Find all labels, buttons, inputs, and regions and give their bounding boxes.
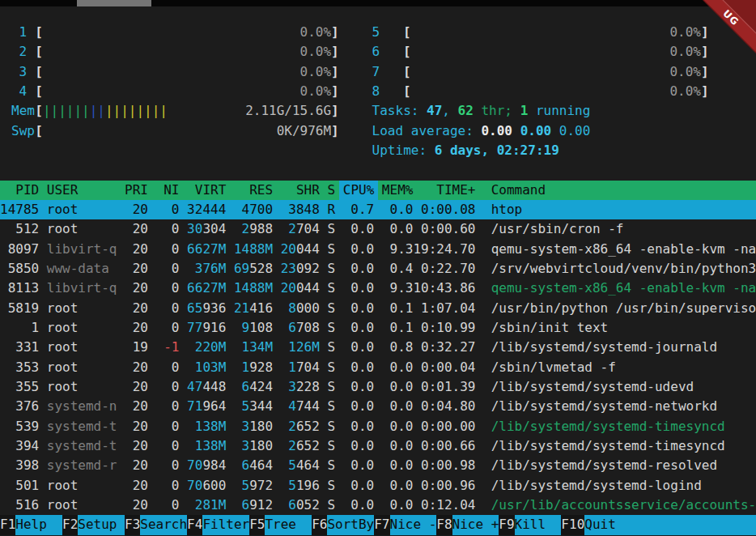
cell-res: 1 [242,358,250,377]
cpu-meter-5: 5[0.0%] [0,23,756,42]
cell-cpu-pct: 0.0 [350,219,374,239]
meter-bracket-open-icon: [ [403,23,411,42]
process-row-501[interactable]: 501root2007060059725196S0.00.00:00.96/li… [0,476,756,496]
cell-virt: 138M [195,436,227,456]
process-row-539[interactable]: 539systemd-t200138M31802652S0.00.00:00.0… [0,417,756,436]
process-row-331[interactable]: 331root19-1220M134M126MS0.00.80:32.27/li… [0,338,756,357]
cell-time: 0:00.98 [421,456,475,475]
cell-pid: 1 [32,318,40,338]
process-row-14785[interactable]: 14785root2003244447003848R0.70.00:00.08h… [0,200,756,219]
fkey-f7-key[interactable]: F7 [374,515,389,534]
cell-state: S [327,417,335,436]
column-header-virt[interactable]: VIRT [195,181,227,200]
process-row-353[interactable]: 353root200103M19281704S0.00.00:00.04/sbi… [0,358,756,377]
cell-ni: 0 [172,496,180,515]
meter-bracket-close-icon: ] [331,101,339,121]
cell-shr: 044 [296,279,320,298]
fkey-f3-label[interactable]: Search [140,515,187,534]
cell-cpu-pct: 0.0 [350,456,374,475]
column-header-time[interactable]: TIME+ [436,181,475,200]
cell-command: /lib/systemd/systemd-timesyncd [491,417,725,436]
uptime-display-part: Uptime: [372,143,435,158]
fkey-f5-label[interactable]: Tree [265,515,312,534]
fkey-f6-key[interactable]: F6 [312,515,327,534]
cell-state: S [327,318,335,338]
fkey-f2-label[interactable]: Setup [78,515,125,534]
cell-shr: 3 [288,377,296,397]
column-header-cpu[interactable]: CPU% [339,181,378,200]
cell-cpu-pct: 0.0 [350,496,374,515]
fkey-f10-key[interactable]: F10 [561,515,584,534]
process-row-398[interactable]: 398systemd-r2007098464645464S0.00.00:00.… [0,456,756,475]
cell-pid: 376 [15,397,39,416]
cell-command: /sbin/lvmetad -f [491,358,616,377]
fkey-f1-label[interactable]: Help [15,515,62,534]
fkey-f2-key[interactable]: F2 [62,515,78,534]
fkey-f5-key[interactable]: F5 [249,515,265,534]
column-header-res[interactable]: RES [249,181,273,200]
cell-mem-pct: 9.3 [390,279,414,298]
meter-bracket-close-icon: ] [701,62,709,82]
fkey-f8-label[interactable]: Nice + [452,515,499,534]
cell-mem-pct: 0.4 [390,259,414,279]
cell-pid: 5819 [8,299,40,318]
fkey-f8-key[interactable]: F8 [436,515,452,534]
window-tab-handle[interactable] [77,0,151,6]
process-row-8113[interactable]: 8113libvirt-q2006627M1488M20044S0.09.310… [0,279,756,298]
process-row-512[interactable]: 512root2003030429882704S0.00.00:00.60/us… [0,219,756,239]
column-header-pri[interactable]: PRI [125,181,148,200]
process-row-355[interactable]: 355root2004744864243228S0.00.00:01.39/li… [0,377,756,397]
column-header-pid[interactable]: PID [15,181,39,200]
process-row-5850[interactable]: 5850www-data200376M6952823092S0.00.40:22… [0,259,756,279]
fkey-f10-label[interactable]: Quit [584,515,756,534]
meter-bracket-open-icon: [ [403,42,411,62]
cell-ni: 0 [172,299,180,318]
process-row-8097[interactable]: 8097libvirt-q2006627M1488M20044S0.09.319… [0,240,756,259]
fkey-f4-key[interactable]: F4 [187,515,202,534]
cell-time: 0:00.60 [421,219,475,239]
cell-virt: 138M [195,417,227,436]
fkey-f7-label[interactable]: Nice - [390,515,437,534]
cell-cpu-pct: 0.0 [350,259,374,279]
cell-pri: 20 [133,417,148,436]
cell-pid: 8097 [8,240,40,259]
cell-user: root [47,377,79,397]
cell-res: 2 [242,219,250,239]
cell-shr: 652 [296,417,320,436]
cell-res: 180 [249,417,273,436]
cell-command: /usr/lib/accountsservice/accounts- [491,496,756,515]
fkey-f4-label[interactable]: Filter [202,515,249,534]
fkey-f6-label[interactable]: SortBy [327,515,374,534]
fkey-f3-key[interactable]: F3 [125,515,140,534]
cell-ni: 0 [172,377,180,397]
cell-virt: 30 [187,219,202,239]
column-header-user[interactable]: USER [47,181,79,200]
cell-shr: 23 [281,259,296,279]
cell-command: /lib/systemd/systemd-resolved [491,456,717,475]
column-header-ni[interactable]: NI [164,181,179,200]
cell-res: 180 [249,436,273,456]
cell-virt: 47 [187,377,202,397]
tasks-summary-part: running [528,103,590,118]
cell-shr: 000 [296,299,320,318]
column-header-command[interactable]: Command [491,181,546,200]
process-row-5819[interactable]: 5819root20065936214168000S0.00.11:07.04/… [0,299,756,318]
fkey-f9-key[interactable]: F9 [499,515,514,534]
process-row-1[interactable]: 1root2007791691086708S0.00.10:10.99/sbin… [0,318,756,338]
process-row-394[interactable]: 394systemd-t200138M31802652S0.00.00:00.6… [0,436,756,456]
cell-state: S [327,279,335,298]
process-row-376[interactable]: 376systemd-n2007196453444744S0.00.00:04.… [0,397,756,416]
fkey-f1-key[interactable]: F1 [0,515,15,534]
cell-res: 928 [249,358,273,377]
fkey-f9-label[interactable]: Kill [515,515,562,534]
cell-virt: 984 [202,456,226,475]
cell-cpu-pct: 0.0 [350,358,374,377]
process-row-516[interactable]: 516root200281M69126052S0.00.00:12.04/usr… [0,496,756,515]
meter-bracket-open-icon: [ [35,101,43,121]
cell-shr: 4 [288,397,296,416]
column-header-s[interactable]: S [327,181,335,200]
cpu-meter-number: 8 [372,82,380,101]
cell-shr: 5 [288,456,296,475]
column-header-shr[interactable]: SHR [296,181,320,200]
column-header-mem[interactable]: MEM% [382,181,414,200]
